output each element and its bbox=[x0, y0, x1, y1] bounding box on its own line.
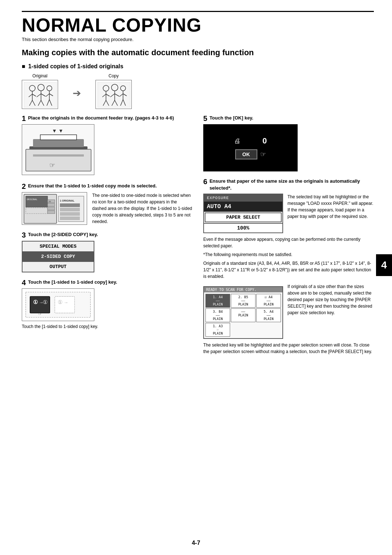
special-modes-panel: SPECIAL MODES 2-SIDED COPY OUTPUT bbox=[22, 241, 94, 272]
svg-rect-54 bbox=[48, 207, 55, 210]
step-6-body3: If originals of a size other than the si… bbox=[287, 283, 374, 316]
svg-text:☞: ☞ bbox=[49, 162, 55, 169]
step-1-num: 1 bbox=[22, 115, 26, 122]
svg-text:1 ORIGINAL: 1 ORIGINAL bbox=[60, 199, 75, 202]
subsection-1-sided: 1-sided copies of 1-sided originals bbox=[22, 63, 374, 70]
svg-rect-53 bbox=[48, 203, 55, 206]
paper-select-mini-panel: READY TO SCAN FOR COPY. 1. A4——PLAIN 2. … bbox=[203, 286, 283, 339]
feeder-illustration: ▼ ▼ ☞ bbox=[22, 124, 94, 175]
ps-cell-a3: 1. A3☞PLAIN bbox=[205, 323, 230, 337]
svg-rect-19 bbox=[98, 82, 130, 108]
zero-count: 0 bbox=[262, 136, 267, 146]
svg-text:→: → bbox=[64, 300, 68, 305]
step-1-title: Place the originals in the document feed… bbox=[28, 115, 192, 122]
copy-icon: 🖨 bbox=[234, 137, 241, 145]
original-label: Original bbox=[32, 73, 47, 78]
step-4-block: 4 Touch the [1-sided to 1-sided copy] ke… bbox=[22, 279, 192, 330]
exposure-panel: EXPOSURE AUTO A4 PAPER SELECT 100% bbox=[203, 194, 283, 233]
paper-select-display: PAPER SELECT bbox=[205, 212, 282, 222]
step-2-body: The one-sided to one-sided mode is selec… bbox=[92, 192, 192, 225]
2-sided-copy-label: 2-SIDED COPY bbox=[23, 252, 94, 262]
step-2-num: 2 bbox=[22, 183, 26, 190]
svg-rect-55 bbox=[48, 211, 55, 214]
auto-a4-display: AUTO A4 bbox=[204, 202, 282, 212]
exposure-title: EXPOSURE bbox=[204, 194, 282, 202]
svg-text:ORIGINAL: ORIGINAL bbox=[27, 198, 37, 200]
step-6-note1: *The following requirements must be sati… bbox=[203, 251, 374, 258]
output-label: OUTPUT bbox=[23, 262, 94, 272]
svg-rect-41 bbox=[40, 135, 77, 140]
ps-cell-b4: 3. B4——PLAIN bbox=[205, 308, 230, 322]
step-6-num: 6 bbox=[203, 178, 207, 191]
step-6-body2: Even if the message above appears, copyi… bbox=[203, 236, 374, 249]
ps-cell-b5: 2. B5——PLAIN bbox=[231, 294, 256, 308]
svg-text:①: ① bbox=[58, 300, 62, 305]
svg-rect-44 bbox=[33, 154, 84, 157]
step-1-block: 1 Place the originals in the document fe… bbox=[22, 115, 192, 176]
step-5-block: 5 Touch the [OK] key. 🖨 0 OK ☞ bbox=[203, 115, 374, 171]
step-5-num: 5 bbox=[203, 115, 207, 122]
ps-header: READY TO SCAN FOR COPY. bbox=[204, 287, 282, 292]
ok-button[interactable]: OK bbox=[235, 149, 257, 159]
step-6-block: 6 Ensure that paper of the same size as … bbox=[203, 178, 374, 355]
special-modes-label: SPECIAL MODES bbox=[23, 242, 94, 252]
step-6-note2: Originals of a standard size (A3, B4, A4… bbox=[203, 260, 374, 280]
ok-screen-illustration: 🖨 0 OK ☞ bbox=[203, 124, 298, 171]
page-number: 4-7 bbox=[192, 540, 200, 546]
svg-rect-58 bbox=[60, 203, 80, 207]
step-5-title: Touch the [OK] key. bbox=[209, 115, 374, 122]
original-illustration bbox=[22, 80, 58, 109]
step-2-title: Ensure that the 1-sided to 1-sided copy … bbox=[28, 183, 192, 190]
svg-rect-61 bbox=[60, 216, 80, 220]
svg-text:①: ① bbox=[43, 300, 48, 305]
copy-label: Copy bbox=[109, 73, 119, 78]
section-heading: Making copies with the automatic documen… bbox=[22, 48, 374, 57]
svg-rect-40 bbox=[33, 139, 84, 147]
copy-illustration bbox=[95, 80, 132, 109]
svg-rect-0 bbox=[24, 82, 57, 108]
step-3-block: 3 Touch the [2-SIDED COPY] key. SPECIAL … bbox=[22, 231, 192, 272]
side-tab: 4 bbox=[376, 254, 392, 276]
panel-illustration: ORIGINAL A4 1 ORIGINAL bbox=[22, 192, 87, 225]
step-4-title: Touch the [1-sided to 1-sided copy] key. bbox=[28, 279, 192, 286]
cursor-hand-icon: ☞ bbox=[260, 150, 266, 158]
step-6-body4: The selected key will be highlighted and… bbox=[203, 342, 374, 355]
svg-rect-43 bbox=[26, 149, 91, 171]
step-4-num: 4 bbox=[22, 279, 26, 286]
ps-cell-a4-1: 1. A4——PLAIN bbox=[205, 294, 230, 308]
step-3-num: 3 bbox=[22, 231, 26, 239]
step-6-title: Ensure that paper of the same size as th… bbox=[209, 178, 374, 191]
ps-cell-a4r: ☑ A4——PLAIN bbox=[256, 294, 281, 308]
ps-cell-plain2: ——PLAIN bbox=[231, 308, 256, 322]
step-2-block: 2 Ensure that the 1-sided to 1-sided cop… bbox=[22, 183, 192, 225]
page-subtitle: This section describes the normal copyin… bbox=[22, 37, 374, 42]
onesided-key-illustration: ① → ① ① → ☞ bbox=[22, 288, 94, 321]
svg-text:▼ ▼: ▼ ▼ bbox=[52, 128, 64, 134]
page-title: NORMAL COPYING bbox=[22, 16, 374, 35]
ps-cell-5-a4: 5. A4——PLAIN bbox=[256, 308, 281, 322]
step-6-body1: The selected tray will be highlighted or… bbox=[287, 194, 374, 220]
svg-rect-60 bbox=[60, 212, 80, 216]
arrow-right-icon: ➔ bbox=[73, 87, 81, 99]
step-4-body: Touch the [1-sided to 1-sided copy] key. bbox=[22, 323, 192, 330]
svg-rect-59 bbox=[60, 208, 80, 211]
svg-text:A4: A4 bbox=[49, 200, 51, 203]
svg-text:☞: ☞ bbox=[38, 311, 42, 317]
step-3-title: Touch the [2-SIDED COPY] key. bbox=[28, 231, 192, 239]
svg-text:①: ① bbox=[33, 300, 38, 305]
percent-display: 100% bbox=[204, 223, 282, 232]
